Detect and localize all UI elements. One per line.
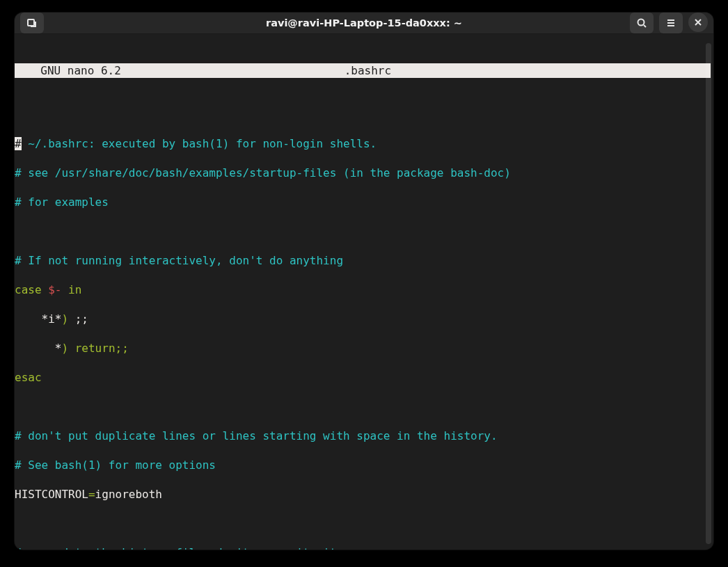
svg-point-1 [638, 19, 644, 26]
terminal-area[interactable]: GNU nano 6.2.bashrc # ~/.bashrc: execute… [15, 34, 713, 550]
titlebar: ravi@ravi-HP-Laptop-15-da0xxx: ~ [15, 13, 713, 34]
editor-content[interactable]: # ~/.bashrc: executed by bash(1) for non… [15, 122, 711, 550]
svg-rect-0 [28, 19, 34, 26]
scrollbar-thumb[interactable] [706, 43, 711, 544]
close-icon [693, 17, 704, 28]
scrollbar[interactable] [706, 43, 711, 544]
search-button[interactable] [630, 13, 654, 33]
close-button[interactable] [688, 13, 708, 32]
nano-filename: .bashrc [38, 63, 698, 78]
menu-button[interactable] [659, 13, 683, 33]
window-title: ravi@ravi-HP-Laptop-15-da0xxx: ~ [15, 17, 713, 29]
cursor: # [15, 137, 22, 150]
hamburger-icon [665, 17, 676, 29]
nano-status-bar: GNU nano 6.2.bashrc [15, 63, 711, 78]
search-icon [636, 17, 647, 29]
terminal-window: ravi@ravi-HP-Laptop-15-da0xxx: ~ GNU nan… [15, 13, 713, 550]
new-tab-button[interactable] [20, 13, 44, 33]
new-tab-icon [26, 17, 38, 29]
